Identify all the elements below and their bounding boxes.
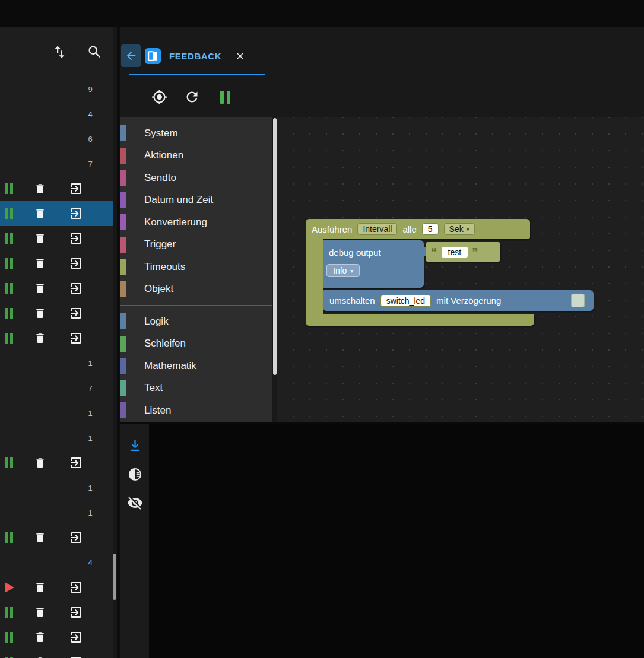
toolbox-category-text[interactable]: Text <box>120 377 272 400</box>
text-shadow-block[interactable]: “ test ” <box>426 242 500 262</box>
toolbox-category-schleifen[interactable]: Schleifen <box>120 333 272 355</box>
debug-output-block[interactable]: debug output Info ▾ <box>323 240 424 288</box>
open-script-icon[interactable] <box>69 231 83 246</box>
open-script-icon[interactable] <box>69 580 83 595</box>
close-tab-icon[interactable] <box>234 50 246 62</box>
delete-icon[interactable] <box>34 581 46 594</box>
script-group-row[interactable]: 4 <box>0 101 113 126</box>
toggle-block[interactable]: umschalten switch_led mit Verzögerung <box>323 290 594 311</box>
schedule-block[interactable]: Ausführen Intervall alle 5 Sek ▾ <box>306 219 530 239</box>
text-value-field[interactable]: test <box>442 247 468 258</box>
script-row[interactable] <box>0 276 113 301</box>
pause-icon[interactable] <box>5 457 13 468</box>
open-script-icon[interactable] <box>69 281 83 295</box>
interval-unit-dropdown[interactable]: Sek ▾ <box>444 223 475 235</box>
delete-icon[interactable] <box>34 457 46 469</box>
open-script-icon[interactable] <box>69 206 83 221</box>
open-script-icon[interactable] <box>69 530 83 545</box>
delete-icon[interactable] <box>34 332 46 345</box>
search-icon[interactable] <box>87 44 103 60</box>
script-group-row[interactable]: 7 <box>0 376 113 400</box>
script-row[interactable] <box>0 625 113 650</box>
script-group-row[interactable]: 1 <box>0 500 113 525</box>
locate-blocks-icon[interactable] <box>151 89 167 105</box>
toolbox-scrollbar[interactable] <box>273 118 277 375</box>
schedule-block-footer[interactable] <box>306 314 534 326</box>
pause-icon[interactable] <box>5 258 13 269</box>
script-row[interactable] <box>0 326 113 351</box>
toolbox-category-system[interactable]: System <box>120 122 272 145</box>
toolbox-category-timeouts[interactable]: Timeouts <box>120 256 272 278</box>
script-row[interactable] <box>0 450 113 475</box>
script-row[interactable] <box>0 176 113 201</box>
open-script-icon[interactable] <box>69 256 83 271</box>
play-icon[interactable] <box>5 582 14 593</box>
schedule-block-spine[interactable] <box>306 239 323 314</box>
delete-icon[interactable] <box>34 656 46 658</box>
open-script-icon[interactable] <box>69 655 83 658</box>
open-script-icon[interactable] <box>69 306 83 320</box>
download-log-icon[interactable] <box>127 438 143 454</box>
open-script-icon[interactable] <box>69 630 83 644</box>
toolbox-category-mathematik[interactable]: Mathematik <box>120 355 272 377</box>
eye-off-icon[interactable] <box>127 495 143 511</box>
interval-value-field[interactable]: 5 <box>422 223 439 235</box>
open-script-icon[interactable] <box>69 331 83 345</box>
script-group-row[interactable]: 7 <box>0 151 113 176</box>
toolbox-category-logik[interactable]: Logik <box>120 310 272 333</box>
reader-mode-icon[interactable] <box>127 466 143 482</box>
script-row[interactable] <box>0 201 113 226</box>
pause-icon[interactable] <box>5 632 13 643</box>
toolbox-category-aktionen[interactable]: Aktionen <box>120 145 272 167</box>
interval-mode-dropdown[interactable]: Intervall <box>357 223 397 235</box>
delete-icon[interactable] <box>34 208 46 220</box>
refresh-icon[interactable] <box>184 89 200 105</box>
open-script-icon[interactable] <box>69 456 83 470</box>
loglevel-dropdown[interactable]: Info ▾ <box>326 264 360 277</box>
delete-icon[interactable] <box>34 606 46 619</box>
pause-script-icon[interactable] <box>220 90 230 104</box>
script-group-row[interactable]: 4 <box>0 550 113 575</box>
toolbox-category-listen[interactable]: Listen <box>120 399 272 422</box>
back-button[interactable] <box>121 44 141 67</box>
script-row[interactable] <box>0 525 113 550</box>
sidebar-scrollbar[interactable] <box>113 27 117 658</box>
delete-icon[interactable] <box>34 282 46 295</box>
object-id-field[interactable]: switch_led <box>380 295 431 307</box>
script-row[interactable] <box>0 600 113 625</box>
script-group-row[interactable]: 1 <box>0 425 113 450</box>
script-row[interactable] <box>0 650 113 658</box>
toolbox-category-konvertierung[interactable]: Konvertierung <box>120 211 272 234</box>
script-row[interactable] <box>0 251 113 276</box>
pause-icon[interactable] <box>5 283 13 294</box>
delay-checkbox[interactable] <box>571 294 585 307</box>
pause-icon[interactable] <box>5 532 13 543</box>
delete-icon[interactable] <box>34 258 46 270</box>
delete-icon[interactable] <box>34 307 46 320</box>
tab-feedback[interactable]: FEEDBACK <box>145 42 246 69</box>
delete-icon[interactable] <box>34 631 46 644</box>
delete-icon[interactable] <box>34 233 46 245</box>
script-row[interactable] <box>0 226 113 251</box>
sort-icon[interactable] <box>52 44 68 60</box>
delete-icon[interactable] <box>34 532 46 544</box>
open-script-icon[interactable] <box>69 605 83 619</box>
blockly-workspace[interactable]: Ausführen Intervall alle 5 Sek ▾ debug o <box>277 117 644 422</box>
toolbox-category-datum-und-zeit[interactable]: Datum und Zeit <box>120 189 272 212</box>
script-row[interactable] <box>0 301 113 326</box>
pause-icon[interactable] <box>5 308 13 319</box>
delete-icon[interactable] <box>34 183 46 195</box>
toolbox-category-objekt[interactable]: Objekt <box>120 278 272 301</box>
script-row[interactable] <box>0 575 113 600</box>
toolbox-category-sendto[interactable]: Sendto <box>120 167 272 189</box>
script-group-row[interactable]: 1 <box>0 351 113 376</box>
script-group-row[interactable]: 9 <box>0 77 113 101</box>
sidebar-scrollbar-thumb[interactable] <box>113 554 116 600</box>
pause-icon[interactable] <box>5 333 13 344</box>
script-group-row[interactable]: 1 <box>0 475 113 500</box>
toolbox-category-trigger[interactable]: Trigger <box>120 234 272 256</box>
pause-icon[interactable] <box>5 233 13 244</box>
pause-icon[interactable] <box>5 607 13 618</box>
script-group-row[interactable]: 1 <box>0 400 113 425</box>
log-output[interactable] <box>149 424 644 658</box>
